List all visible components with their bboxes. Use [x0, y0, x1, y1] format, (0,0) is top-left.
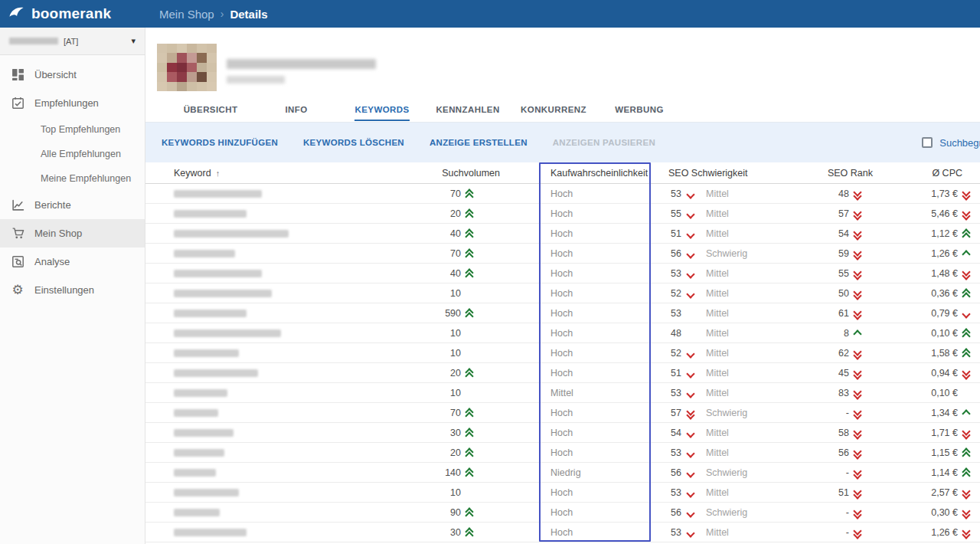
cell-cpc: 0,10 € [923, 383, 980, 402]
cell-cpc: 1,15 € [923, 443, 980, 462]
cell-seo-schwierigkeit: 51 Mittel [651, 224, 827, 243]
table-row-9[interactable]: 10 Hoch 52 Mittel 62 1,58 € [145, 343, 980, 363]
tab-label: KEYWORDS [354, 97, 410, 121]
keywords-hinzufuegen-button[interactable]: KEYWORDS HINZUFÜGEN [158, 133, 281, 152]
table-row-18[interactable]: 30 Hoch 53 Mittel - 1,26 € [145, 523, 980, 542]
cpc-trend-icon [961, 527, 972, 538]
cell-seo-rank: 57 [827, 204, 923, 223]
table-row-17[interactable]: 90 Hoch 56 Schwierig - 0,30 € [145, 503, 980, 523]
table-row-4[interactable]: 70 Hoch 56 Schwierig 59 1,26 € [145, 244, 980, 264]
sidebar-item-berichte[interactable]: Berichte [0, 191, 145, 219]
cell-seo-rank: 61 [827, 303, 923, 323]
table-row-12[interactable]: 70 Hoch 57 Schwierig - 1,34 € [145, 403, 980, 423]
cell-suchvolumen: 10 [436, 383, 540, 402]
cell-keyword [145, 383, 436, 402]
cell-keyword [145, 224, 436, 243]
table-row-15[interactable]: 140 Niedrig 56 Schwierig - 1,14 € [145, 463, 980, 483]
tab-label: ÜBERSICHT [183, 97, 239, 121]
keyword-redacted [174, 409, 218, 417]
brand[interactable]: boomerank [0, 5, 145, 23]
tab-keywords[interactable]: KEYWORDS [339, 96, 425, 122]
suchvolumen-trend-icon [464, 388, 475, 398]
table-row-13[interactable]: 30 Hoch 54 Mittel 58 1,71 € [145, 423, 980, 443]
action-buttons: KEYWORDS HINZUFÜGENKEYWORDS LÖSCHENANZEI… [158, 133, 678, 152]
table-row-11[interactable]: 10 Mittel 53 Mittel 83 0,10 € [145, 383, 980, 403]
keywords-loeschen-button[interactable]: KEYWORDS LÖSCHEN [300, 133, 407, 152]
cell-keyword [145, 244, 436, 263]
cell-seo-schwierigkeit: 57 Schwierig [651, 403, 827, 422]
tab-werbung[interactable]: WERBUNG [596, 96, 682, 122]
tab-konkurrenz[interactable]: KONKURRENZ [511, 96, 596, 122]
cell-suchvolumen: 90 [436, 503, 540, 522]
cell-suchvolumen: 140 [436, 463, 540, 482]
column-header-seo-schwierigkeit[interactable]: SEO Schwierigkeit [651, 162, 827, 183]
keyword-redacted [174, 389, 227, 397]
sidebar-item-uebersicht[interactable]: Übersicht [0, 61, 145, 89]
cell-suchvolumen: 70 [436, 244, 540, 263]
column-header-keyword[interactable]: Keyword ↑ [145, 162, 436, 183]
tab-kennzahlen[interactable]: KENNZAHLEN [425, 96, 511, 122]
suchvolumen-trend-icon [464, 467, 475, 478]
sidebar-item-label: Analyse [34, 256, 70, 267]
cell-cpc: 1,48 € [923, 264, 980, 283]
column-header-cpc[interactable]: Ø CPC [923, 162, 980, 183]
table-row-14[interactable]: 20 Hoch 53 Mittel 56 1,15 € [145, 443, 980, 463]
sidebar-item-einstellungen[interactable]: ⚙ Einstellungen [0, 276, 145, 304]
cell-kaufwahrscheinlichkeit: Hoch [540, 363, 651, 382]
cell-suchvolumen: 10 [436, 283, 540, 303]
keyword-redacted [174, 230, 289, 238]
cell-seo-rank: 56 [827, 443, 923, 462]
column-header-kaufwahrscheinlichkeit[interactable]: Kaufwahrscheinlichkeit [540, 162, 651, 183]
table-row-7[interactable]: 590 Hoch 53 Mittel 61 0,79 € [145, 303, 980, 323]
main-content: ÜBERSICHT INFO KEYWORDS KENNZAHLEN KONKU… [145, 28, 980, 544]
seo-rank-trend-icon [852, 388, 863, 398]
cell-kaufwahrscheinlichkeit: Hoch [540, 423, 651, 442]
cell-keyword [145, 303, 436, 323]
seo-schwierigkeit-trend-icon [685, 188, 696, 199]
chevron-down-icon: ▾ [131, 36, 136, 46]
table-row-1[interactable]: 70 Hoch 53 Mittel 48 1,73 € [145, 184, 980, 204]
sidebar-item-meine-empfehlungen[interactable]: Meine Empfehlungen [0, 166, 145, 191]
cell-suchvolumen: 10 [436, 343, 540, 362]
cell-seo-rank: - [827, 403, 923, 422]
sidebar-item-alle-empfehlungen[interactable]: Alle Empfehlungen [0, 142, 145, 166]
shop-name-line1-redacted [227, 59, 376, 69]
shop-header [145, 28, 980, 96]
sidebar-item-analyse[interactable]: Analyse [0, 247, 145, 276]
tab-info[interactable]: INFO [253, 96, 339, 122]
account-selector[interactable]: [AT] ▾ [0, 28, 145, 55]
breadcrumb-parent[interactable]: Mein Shop [159, 8, 214, 21]
column-header-suchvolumen[interactable]: Suchvolumen [436, 162, 540, 183]
sidebar-item-empfehlungen[interactable]: Empfehlungen [0, 89, 145, 117]
sidebar-item-label: Meine Empfehlungen [41, 173, 131, 184]
column-header-seo-rank[interactable]: SEO Rank [827, 162, 923, 183]
shop-name-redacted [227, 44, 376, 96]
anzeige-erstellen-button[interactable]: ANZEIGE ERSTELLEN [426, 133, 531, 152]
cell-cpc: 0,10 € [923, 323, 980, 342]
cell-keyword [145, 503, 436, 522]
account-region-tag: [AT] [64, 37, 78, 46]
cell-keyword [145, 343, 436, 362]
suchbegriffe-checkbox[interactable] [922, 137, 933, 148]
seo-rank-trend-icon [852, 447, 863, 458]
keyword-redacted [174, 270, 262, 277]
table-row-8[interactable]: 10 Hoch 48 Mittel 8 0,10 € [145, 323, 980, 343]
suchvolumen-trend-icon [464, 428, 475, 438]
table-row-16[interactable]: 10 Hoch 53 Mittel 51 2,57 € [145, 483, 980, 503]
table-row-3[interactable]: 40 Hoch 51 Mittel 54 1,12 € [145, 224, 980, 244]
table-row-2[interactable]: 20 Hoch 55 Mittel 57 5,46 € [145, 204, 980, 224]
seo-schwierigkeit-trend-icon [685, 428, 696, 438]
cell-kaufwahrscheinlichkeit: Hoch [540, 343, 651, 362]
cell-suchvolumen: 30 [436, 423, 540, 442]
sidebar-item-top-empfehlungen[interactable]: Top Empfehlungen [0, 117, 145, 142]
sidebar-item-mein-shop[interactable]: Mein Shop [0, 219, 145, 247]
table-row-10[interactable]: 20 Hoch 51 Mittel 45 0,94 € [145, 363, 980, 383]
cell-seo-schwierigkeit: 52 Mittel [651, 283, 827, 303]
table-row-6[interactable]: 10 Hoch 52 Mittel 50 0,36 € [145, 283, 980, 303]
tab-uebersicht[interactable]: ÜBERSICHT [168, 96, 253, 122]
cpc-trend-icon [961, 467, 972, 478]
cell-kaufwahrscheinlichkeit: Hoch [540, 503, 651, 522]
keyword-redacted [174, 310, 247, 317]
table-row-5[interactable]: 40 Hoch 53 Mittel 55 1,48 € [145, 264, 980, 283]
cell-seo-schwierigkeit: 52 Mittel [651, 343, 827, 362]
